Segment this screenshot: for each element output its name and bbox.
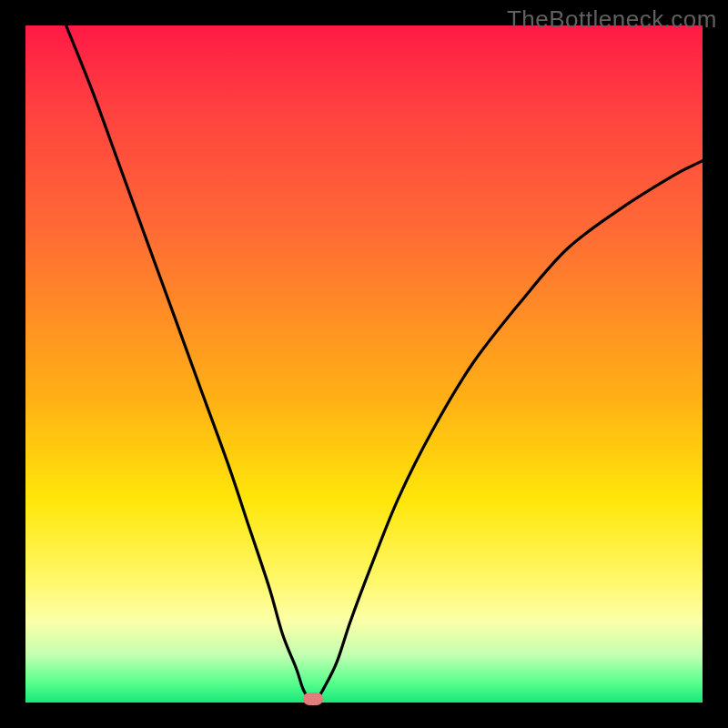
plot-area	[25, 25, 703, 703]
watermark-text: TheBottleneck.com	[507, 5, 717, 34]
bottleneck-curve	[25, 25, 703, 703]
minimum-marker	[303, 693, 323, 705]
chart-frame: TheBottleneck.com	[0, 0, 728, 728]
